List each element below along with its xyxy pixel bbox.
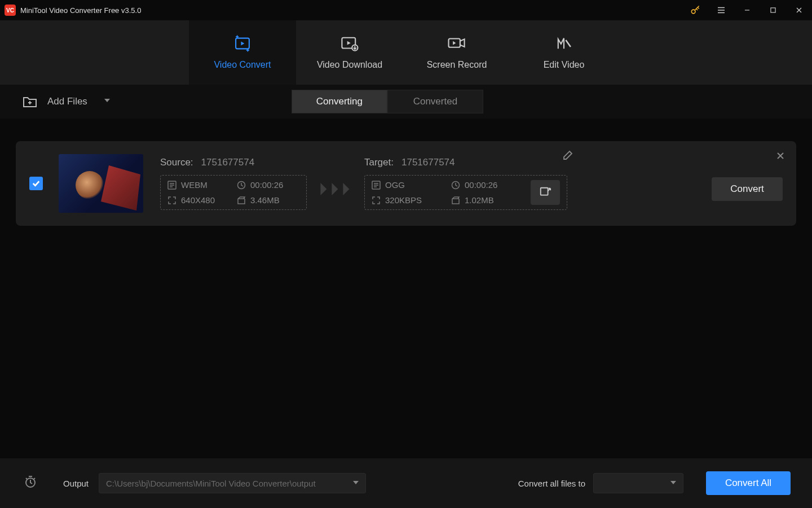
key-icon[interactable] <box>682 0 708 20</box>
download-icon <box>340 35 359 52</box>
file-item: Source: 1751677574 WEBM 00:00:26 640X480 <box>16 141 796 226</box>
timer-icon[interactable] <box>24 475 37 491</box>
target-duration: 00:00:26 <box>451 180 524 190</box>
add-files-caret-icon[interactable] <box>103 96 111 107</box>
svg-rect-17 <box>541 188 548 195</box>
clock-icon <box>237 181 246 190</box>
svg-marker-19 <box>353 481 359 484</box>
svg-point-0 <box>691 10 695 14</box>
source-block: Source: 1751677574 WEBM 00:00:26 640X480 <box>160 157 307 210</box>
edit-target-icon[interactable] <box>563 150 573 163</box>
file-checkbox[interactable] <box>29 177 43 190</box>
source-label: Source: <box>160 157 193 168</box>
close-button[interactable] <box>786 0 812 20</box>
minimize-button[interactable] <box>734 0 760 20</box>
svg-rect-1 <box>771 8 775 12</box>
file-list: Source: 1751677574 WEBM 00:00:26 640X480 <box>0 119 812 458</box>
tab-label: Video Download <box>317 60 382 70</box>
app-icon: VC <box>5 5 16 16</box>
svg-marker-13 <box>332 183 338 195</box>
tab-label: Edit Video <box>544 60 585 70</box>
target-bitrate: 320KBPS <box>372 195 444 205</box>
format-icon <box>372 181 381 190</box>
bottom-bar: Output C:\Users\bj\Documents\MiniTool Vi… <box>0 458 812 508</box>
tab-label: Video Convert <box>214 60 271 70</box>
target-format: OGG <box>372 180 444 190</box>
size-icon <box>451 196 460 205</box>
tab-edit-video[interactable]: Edit Video <box>510 20 617 85</box>
svg-marker-8 <box>453 41 456 45</box>
target-info-box: OGG 00:00:26 320KBPS 1.02MB <box>372 180 524 205</box>
svg-marker-20 <box>670 481 676 484</box>
source-duration: 00:00:26 <box>237 180 299 190</box>
convert-all-format-select[interactable] <box>593 473 683 493</box>
source-name: 1751677574 <box>201 157 255 168</box>
tab-screen-record[interactable]: Screen Record <box>403 20 510 85</box>
file-thumbnail[interactable] <box>59 154 143 213</box>
svg-marker-5 <box>347 41 351 45</box>
subtabs: Converting Converted <box>292 90 483 113</box>
add-files-label: Add Files <box>47 96 87 107</box>
resolution-icon <box>372 196 381 205</box>
app-title: MiniTool Video Converter Free v3.5.0 <box>20 6 141 15</box>
convert-button[interactable]: Convert <box>712 177 783 201</box>
subtab-converting[interactable]: Converting <box>292 90 387 113</box>
tab-video-convert[interactable]: Video Convert <box>189 20 296 85</box>
add-folder-icon <box>23 94 37 109</box>
target-settings-button[interactable] <box>531 180 560 205</box>
output-path-select[interactable]: C:\Users\bj\Documents\MiniTool Video Con… <box>99 473 366 493</box>
convert-all-files-label: Convert all files to <box>518 479 585 488</box>
clock-icon <box>451 181 460 190</box>
source-format: WEBM <box>167 180 230 190</box>
svg-marker-12 <box>320 183 326 195</box>
record-icon <box>447 35 466 52</box>
resolution-icon <box>167 196 176 205</box>
source-info-box: WEBM 00:00:26 640X480 3.46MB <box>160 175 307 210</box>
svg-marker-9 <box>104 99 110 102</box>
chevron-down-icon <box>352 479 360 488</box>
size-icon <box>237 196 246 205</box>
source-size: 3.46MB <box>237 195 299 205</box>
target-label: Target: <box>364 157 394 168</box>
format-icon <box>167 181 176 190</box>
maximize-button[interactable] <box>760 0 786 20</box>
remove-item-icon[interactable] <box>776 151 785 163</box>
target-name: 1751677574 <box>401 157 455 168</box>
svg-marker-3 <box>241 42 244 46</box>
chevron-down-icon <box>669 479 677 489</box>
target-size: 1.02MB <box>451 195 524 205</box>
edit-video-icon <box>554 35 573 52</box>
target-block: Target: 1751677574 OGG 00:00:26 320KBPS <box>364 157 567 210</box>
svg-marker-14 <box>343 183 349 195</box>
output-label: Output <box>63 479 89 488</box>
convert-icon <box>233 35 252 52</box>
source-resolution: 640X480 <box>167 195 230 205</box>
tab-video-download[interactable]: Video Download <box>296 20 403 85</box>
tab-label: Screen Record <box>427 60 487 70</box>
arrow-icon <box>319 172 352 195</box>
convert-all-button[interactable]: Convert All <box>706 471 791 495</box>
add-files-button[interactable]: Add Files <box>23 94 111 109</box>
toolbar: Add Files Converting Converted <box>0 85 812 119</box>
titlebar: VC MiniTool Video Converter Free v3.5.0 <box>0 0 812 20</box>
subtab-converted[interactable]: Converted <box>387 90 483 113</box>
menu-icon[interactable] <box>708 0 734 20</box>
main-tabs: Video Convert Video Download Screen Reco… <box>0 20 812 85</box>
output-path-value: C:\Users\bj\Documents\MiniTool Video Con… <box>106 479 316 488</box>
